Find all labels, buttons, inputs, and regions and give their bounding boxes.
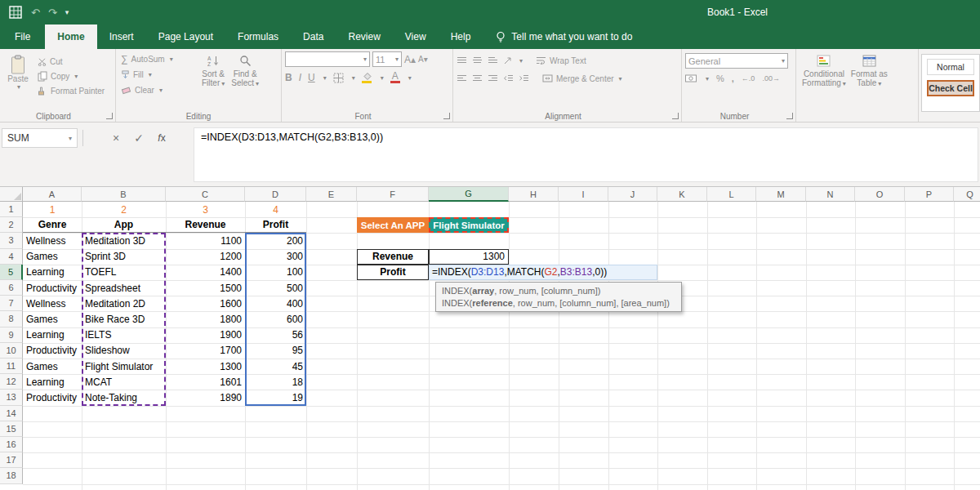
- row-header-4[interactable]: 4: [0, 249, 23, 265]
- cell-C13[interactable]: 1890: [166, 390, 245, 405]
- fill-color-button[interactable]: [362, 72, 372, 83]
- font-size-select[interactable]: 11 ▾: [372, 51, 402, 67]
- cell-C12[interactable]: 1601: [166, 374, 245, 390]
- copy-dropdown-icon[interactable]: ▾: [74, 73, 78, 80]
- excel-app-icon[interactable]: [8, 5, 23, 20]
- row-header-8[interactable]: 8: [0, 311, 23, 327]
- formula-bar-splitter[interactable]: [82, 130, 83, 146]
- comma-style-button[interactable]: ,: [732, 74, 734, 83]
- cell-B3[interactable]: Meditation 3D: [82, 233, 166, 248]
- cell-D6[interactable]: 500: [245, 280, 306, 296]
- sort-filter-button[interactable]: A Z Sort & Filter▾: [199, 51, 227, 97]
- tab-help[interactable]: Help: [439, 24, 483, 49]
- row-header-5[interactable]: 5: [0, 265, 23, 280]
- fill-color-dropdown-icon[interactable]: ▾: [381, 74, 384, 82]
- cell-C9[interactable]: 1900: [166, 327, 245, 343]
- decrease-decimal-button[interactable]: .00→: [762, 74, 780, 82]
- font-color-dropdown-icon[interactable]: ▾: [408, 74, 412, 82]
- row-header-2[interactable]: 2: [0, 217, 23, 233]
- align-right-button[interactable]: [488, 74, 498, 82]
- clipboard-dialog-launcher-icon[interactable]: [106, 113, 113, 119]
- name-box-dropdown-icon[interactable]: ▾: [69, 135, 72, 142]
- bold-button[interactable]: B: [285, 72, 292, 83]
- find-select-button[interactable]: Find & Select▾: [229, 51, 261, 97]
- font-color-button[interactable]: A: [390, 72, 400, 83]
- cell-F2[interactable]: Select An APP: [357, 217, 429, 233]
- cell-D9[interactable]: 56: [245, 327, 306, 343]
- number-dialog-launcher-icon[interactable]: [786, 113, 793, 119]
- row-header-10[interactable]: 10: [0, 343, 23, 359]
- row-header-14[interactable]: 14: [0, 406, 23, 421]
- cell-A8[interactable]: Games: [23, 311, 82, 327]
- align-left-button[interactable]: [457, 74, 467, 82]
- tell-me[interactable]: Tell me what you want to do: [496, 24, 632, 49]
- cut-button[interactable]: Cut: [36, 54, 106, 69]
- fill-button[interactable]: Fill ▾: [119, 67, 198, 82]
- cell-D1[interactable]: 4: [245, 202, 306, 217]
- row-header-12[interactable]: 12: [0, 374, 23, 390]
- col-header-B[interactable]: B: [82, 187, 166, 202]
- cell-F4[interactable]: Revenue: [357, 249, 429, 265]
- cell-A12[interactable]: Learning: [23, 374, 82, 390]
- formula-input[interactable]: =INDEX(D3:D13,MATCH(G2,B3:B13,0)): [194, 127, 978, 182]
- increase-decimal-button[interactable]: ←.0: [742, 74, 755, 82]
- cell-D13[interactable]: 19: [245, 390, 306, 405]
- col-header-F[interactable]: F: [357, 187, 429, 202]
- tab-formulas[interactable]: Formulas: [225, 24, 291, 49]
- cell-G2[interactable]: Flight Simulator: [429, 217, 509, 233]
- cell-G4[interactable]: 1300: [429, 249, 509, 265]
- clear-button[interactable]: Clear ▾: [119, 82, 198, 97]
- cell-B10[interactable]: Slideshow: [82, 343, 166, 359]
- cell-D11[interactable]: 45: [245, 359, 306, 374]
- cell-A1[interactable]: 1: [23, 202, 82, 217]
- font-name-select[interactable]: ▾: [285, 51, 370, 67]
- qat-customize-icon[interactable]: ▾: [65, 8, 69, 16]
- cell-B13[interactable]: Note-Taking: [82, 390, 166, 405]
- col-header-K[interactable]: K: [657, 187, 707, 202]
- cell-A7[interactable]: Wellness: [23, 296, 82, 311]
- col-header-O[interactable]: O: [855, 187, 905, 202]
- row-header-7[interactable]: 7: [0, 296, 23, 311]
- style-normal[interactable]: Normal: [927, 59, 974, 75]
- cell-B1[interactable]: 2: [82, 202, 166, 217]
- cell-A13[interactable]: Productivity: [23, 390, 82, 405]
- tab-page-layout[interactable]: Page Layout: [146, 24, 225, 49]
- cell-A4[interactable]: Games: [23, 249, 82, 265]
- cell-D4[interactable]: 300: [245, 249, 306, 265]
- accounting-dropdown-icon[interactable]: ▾: [706, 75, 709, 82]
- cell-C4[interactable]: 1200: [166, 249, 245, 265]
- cell-B6[interactable]: Spreadsheet: [82, 280, 166, 296]
- grow-font-button[interactable]: A▴: [404, 54, 416, 65]
- cell-D3[interactable]: 200: [245, 233, 306, 248]
- cell-B12[interactable]: MCAT: [82, 374, 166, 390]
- cell-B4[interactable]: Sprint 3D: [82, 249, 166, 265]
- shrink-font-button[interactable]: A▾: [418, 55, 428, 64]
- borders-button[interactable]: [333, 73, 344, 83]
- orientation-button[interactable]: [503, 56, 513, 65]
- align-top-button[interactable]: [457, 56, 467, 65]
- cell-C6[interactable]: 1500: [166, 280, 245, 296]
- row-header-15[interactable]: 15: [0, 421, 23, 437]
- paste-dropdown-icon[interactable]: ▾: [17, 83, 20, 91]
- col-header-H[interactable]: H: [509, 187, 559, 202]
- cell-B2[interactable]: App: [82, 217, 166, 233]
- cell-D2[interactable]: Profit: [245, 217, 306, 233]
- row-header-11[interactable]: 11: [0, 359, 23, 374]
- cell-D8[interactable]: 600: [245, 311, 306, 327]
- borders-dropdown-icon[interactable]: ▾: [352, 74, 355, 82]
- col-header-D[interactable]: D: [245, 187, 306, 202]
- cell-C11[interactable]: 1300: [166, 359, 245, 374]
- alignment-dialog-launcher-icon[interactable]: [672, 113, 679, 119]
- copy-button[interactable]: Copy ▾: [36, 69, 106, 83]
- decrease-indent-button[interactable]: [503, 74, 514, 82]
- cell-C7[interactable]: 1600: [166, 296, 245, 311]
- name-box[interactable]: SUM ▾: [2, 128, 78, 148]
- col-header-L[interactable]: L: [707, 187, 756, 202]
- paste-button[interactable]: Paste ▾: [3, 51, 33, 109]
- row-header-9[interactable]: 9: [0, 327, 23, 343]
- tab-view[interactable]: View: [393, 24, 439, 49]
- autosum-button[interactable]: ∑ AutoSum ▾: [119, 51, 198, 66]
- row-header-1[interactable]: 1: [0, 202, 23, 217]
- redo-icon[interactable]: ↷: [48, 7, 57, 19]
- row-header-17[interactable]: 17: [0, 452, 23, 468]
